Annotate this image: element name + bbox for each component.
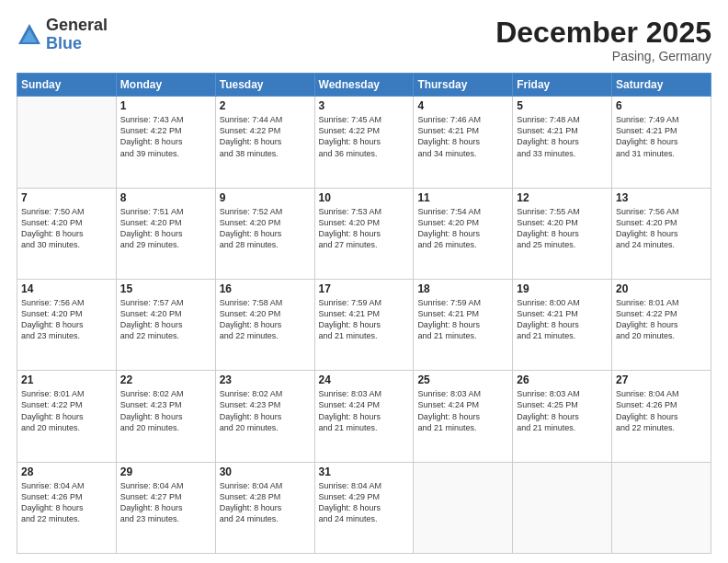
table-row: 25Sunrise: 8:03 AM Sunset: 4:24 PM Dayli… [414,371,513,462]
day-number: 2 [220,99,311,112]
day-info: Sunrise: 7:57 AM Sunset: 4:20 PM Dayligh… [120,297,211,342]
day-number: 4 [417,99,508,112]
day-number: 13 [616,191,707,204]
day-info: Sunrise: 8:03 AM Sunset: 4:24 PM Dayligh… [319,388,410,433]
table-row: 22Sunrise: 8:02 AM Sunset: 4:23 PM Dayli… [116,371,215,462]
logo-blue-text: Blue [46,35,108,53]
table-row: 14Sunrise: 7:56 AM Sunset: 4:20 PM Dayli… [17,279,117,370]
day-number: 5 [517,99,608,112]
location: Pasing, Germany [495,49,711,63]
day-number: 1 [120,99,211,112]
table-row: 3Sunrise: 7:45 AM Sunset: 4:22 PM Daylig… [314,97,414,188]
month-title: December 2025 [495,17,711,49]
table-row: 13Sunrise: 7:56 AM Sunset: 4:20 PM Dayli… [612,188,711,279]
day-info: Sunrise: 7:53 AM Sunset: 4:20 PM Dayligh… [319,206,410,251]
calendar-header: Sunday Monday Tuesday Wednesday Thursday… [17,74,711,97]
header-saturday: Saturday [612,74,711,97]
day-number: 16 [220,282,311,295]
day-info: Sunrise: 8:04 AM Sunset: 4:26 PM Dayligh… [21,480,112,525]
table-row: 21Sunrise: 8:01 AM Sunset: 4:22 PM Dayli… [17,371,117,462]
table-row [513,462,612,553]
day-info: Sunrise: 7:58 AM Sunset: 4:20 PM Dayligh… [220,297,311,342]
day-number: 28 [21,465,112,478]
table-row: 26Sunrise: 8:03 AM Sunset: 4:25 PM Dayli… [513,371,612,462]
header-row: Sunday Monday Tuesday Wednesday Thursday… [17,74,711,97]
table-row: 15Sunrise: 7:57 AM Sunset: 4:20 PM Dayli… [116,279,215,370]
day-info: Sunrise: 8:00 AM Sunset: 4:21 PM Dayligh… [517,297,608,342]
day-number: 14 [21,282,112,295]
day-number: 3 [319,99,410,112]
day-number: 29 [120,465,211,478]
table-row: 20Sunrise: 8:01 AM Sunset: 4:22 PM Dayli… [612,279,711,370]
day-info: Sunrise: 8:04 AM Sunset: 4:29 PM Dayligh… [319,480,410,525]
table-row: 18Sunrise: 7:59 AM Sunset: 4:21 PM Dayli… [414,279,513,370]
day-info: Sunrise: 7:59 AM Sunset: 4:21 PM Dayligh… [319,297,410,342]
day-info: Sunrise: 7:52 AM Sunset: 4:20 PM Dayligh… [220,206,311,251]
day-number: 18 [417,282,508,295]
calendar-week-row: 28Sunrise: 8:04 AM Sunset: 4:26 PM Dayli… [17,462,711,553]
day-info: Sunrise: 8:04 AM Sunset: 4:26 PM Dayligh… [616,388,707,433]
logo: General Blue [17,17,108,53]
table-row [17,97,117,188]
day-number: 27 [616,373,707,386]
day-info: Sunrise: 7:49 AM Sunset: 4:21 PM Dayligh… [616,114,707,159]
day-info: Sunrise: 7:56 AM Sunset: 4:20 PM Dayligh… [616,206,707,251]
day-info: Sunrise: 7:56 AM Sunset: 4:20 PM Dayligh… [21,297,112,342]
header-tuesday: Tuesday [215,74,314,97]
calendar-week-row: 21Sunrise: 8:01 AM Sunset: 4:22 PM Dayli… [17,371,711,462]
calendar-week-row: 1Sunrise: 7:43 AM Sunset: 4:22 PM Daylig… [17,97,711,188]
day-number: 25 [417,373,508,386]
table-row: 31Sunrise: 8:04 AM Sunset: 4:29 PM Dayli… [314,462,414,553]
day-info: Sunrise: 8:01 AM Sunset: 4:22 PM Dayligh… [21,388,112,433]
header-wednesday: Wednesday [314,74,414,97]
table-row [612,462,711,553]
day-number: 26 [517,373,608,386]
table-row: 17Sunrise: 7:59 AM Sunset: 4:21 PM Dayli… [314,279,414,370]
day-info: Sunrise: 8:03 AM Sunset: 4:24 PM Dayligh… [417,388,508,433]
day-number: 6 [616,99,707,112]
day-info: Sunrise: 7:45 AM Sunset: 4:22 PM Dayligh… [319,114,410,159]
table-row: 10Sunrise: 7:53 AM Sunset: 4:20 PM Dayli… [314,188,414,279]
day-info: Sunrise: 7:59 AM Sunset: 4:21 PM Dayligh… [417,297,508,342]
day-info: Sunrise: 7:44 AM Sunset: 4:22 PM Dayligh… [220,114,311,159]
header: General Blue December 2025 Pasing, Germa… [17,17,711,63]
day-info: Sunrise: 8:02 AM Sunset: 4:23 PM Dayligh… [120,388,211,433]
table-row: 8Sunrise: 7:51 AM Sunset: 4:20 PM Daylig… [116,188,215,279]
day-info: Sunrise: 7:55 AM Sunset: 4:20 PM Dayligh… [517,206,608,251]
title-block: December 2025 Pasing, Germany [495,17,711,63]
day-info: Sunrise: 7:43 AM Sunset: 4:22 PM Dayligh… [120,114,211,159]
header-thursday: Thursday [414,74,513,97]
table-row: 30Sunrise: 8:04 AM Sunset: 4:28 PM Dayli… [215,462,314,553]
day-number: 15 [120,282,211,295]
day-number: 31 [319,465,410,478]
day-info: Sunrise: 7:48 AM Sunset: 4:21 PM Dayligh… [517,114,608,159]
day-number: 21 [21,373,112,386]
day-info: Sunrise: 8:04 AM Sunset: 4:27 PM Dayligh… [120,480,211,525]
header-sunday: Sunday [17,74,117,97]
table-row: 9Sunrise: 7:52 AM Sunset: 4:20 PM Daylig… [215,188,314,279]
day-info: Sunrise: 8:04 AM Sunset: 4:28 PM Dayligh… [220,480,311,525]
day-number: 20 [616,282,707,295]
day-number: 9 [220,191,311,204]
logo-general-text: General [46,17,108,35]
table-row: 4Sunrise: 7:46 AM Sunset: 4:21 PM Daylig… [414,97,513,188]
day-number: 24 [319,373,410,386]
logo-icon [17,22,42,48]
table-row: 27Sunrise: 8:04 AM Sunset: 4:26 PM Dayli… [612,371,711,462]
day-info: Sunrise: 7:54 AM Sunset: 4:20 PM Dayligh… [417,206,508,251]
day-info: Sunrise: 8:02 AM Sunset: 4:23 PM Dayligh… [220,388,311,433]
day-number: 11 [417,191,508,204]
table-row: 7Sunrise: 7:50 AM Sunset: 4:20 PM Daylig… [17,188,117,279]
calendar-week-row: 14Sunrise: 7:56 AM Sunset: 4:20 PM Dayli… [17,279,711,370]
table-row: 2Sunrise: 7:44 AM Sunset: 4:22 PM Daylig… [215,97,314,188]
table-row: 29Sunrise: 8:04 AM Sunset: 4:27 PM Dayli… [116,462,215,553]
table-row: 28Sunrise: 8:04 AM Sunset: 4:26 PM Dayli… [17,462,117,553]
table-row: 1Sunrise: 7:43 AM Sunset: 4:22 PM Daylig… [116,97,215,188]
day-info: Sunrise: 7:46 AM Sunset: 4:21 PM Dayligh… [417,114,508,159]
header-friday: Friday [513,74,612,97]
table-row: 12Sunrise: 7:55 AM Sunset: 4:20 PM Dayli… [513,188,612,279]
day-info: Sunrise: 8:03 AM Sunset: 4:25 PM Dayligh… [517,388,608,433]
day-number: 10 [319,191,410,204]
table-row [414,462,513,553]
day-number: 30 [220,465,311,478]
